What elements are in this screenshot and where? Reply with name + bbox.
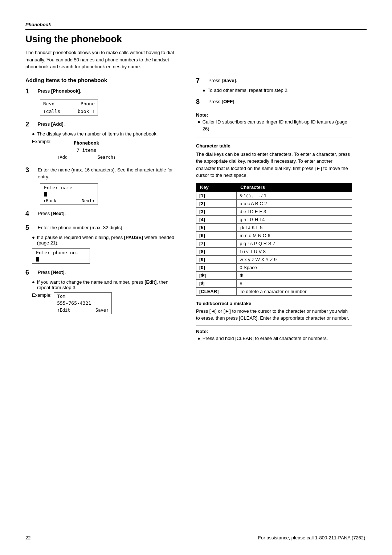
chars-cell: #	[237, 279, 352, 287]
key-cell: [CLEAR]	[196, 287, 237, 295]
key-cell: [5]	[196, 223, 237, 231]
page-header: Phonebook	[25, 22, 367, 27]
step-6-display: Tom 555-765-4321 ↑EditSave↑	[54, 292, 112, 314]
table-row: [5]j k l J K L 5	[196, 223, 352, 231]
note-1-text: Caller ID subscribers can use ringer ID …	[203, 118, 352, 133]
assistance-text: For assistance, please call 1-800-211-PA…	[258, 535, 367, 540]
key-cell: [1]	[196, 191, 237, 199]
chars-cell: a b c A B C 2	[237, 199, 352, 207]
key-cell: [✱]	[196, 271, 237, 279]
key-cell: [9]	[196, 255, 237, 263]
step-2: 2 Press [Add]. ● The display shows the n…	[25, 121, 181, 161]
step-2-bullet: The display shows the number of items in…	[37, 131, 158, 137]
step-6: 6 Press [Next]. ● If you want to change …	[25, 269, 181, 314]
key-cell: [2]	[196, 199, 237, 207]
step-5: 5 Enter the phone number (max. 32 digits…	[25, 224, 181, 264]
chars-cell: & ' ( ) , – . / 1	[237, 191, 352, 199]
col-key-header: Key	[196, 183, 237, 191]
step-1-text: Press [Phonebook].	[38, 88, 81, 95]
step-3: 3 Enter the name (max. 16 characters). S…	[25, 166, 181, 205]
step-7-text: Press [Save].	[208, 77, 237, 84]
step-8-text: Press [OFF].	[208, 98, 236, 105]
step-4-text: Press [Next].	[38, 210, 66, 217]
chars-cell: t u v T U V 8	[237, 247, 352, 255]
left-column: Adding items to the phonebook 1 Press [P…	[25, 77, 181, 319]
chars-cell: p q r s P Q R S 7	[237, 239, 352, 247]
key-cell: [♯]	[196, 279, 237, 287]
key-cell: [7]	[196, 239, 237, 247]
table-row: [3]d e f D E F 3	[196, 207, 352, 215]
step-7-bullet: To add other items, repeat from step 2.	[208, 88, 289, 93]
table-row: [4]g h i G H I 4	[196, 215, 352, 223]
table-row: [0]0 Space	[196, 263, 352, 271]
step-6-text: Press [Next].	[38, 269, 66, 276]
chars-cell: ✱	[237, 271, 352, 279]
character-table: Key Characters [1]& ' ( ) , – . / 1[2]a …	[196, 183, 352, 296]
key-cell: [3]	[196, 207, 237, 215]
chars-cell: m n o M N O 6	[237, 231, 352, 239]
page-footer: 22 For assistance, please call 1-800-211…	[25, 535, 367, 540]
step-6-example-label: Example:	[32, 292, 52, 298]
intro-text: The handset phonebook allows you to make…	[25, 49, 181, 70]
step-2-text: Press [Add].	[38, 121, 65, 128]
table-row: [9]w x y z W X Y Z 9	[196, 255, 352, 263]
key-cell: [6]	[196, 231, 237, 239]
table-row: [1]& ' ( ) , – . / 1	[196, 191, 352, 199]
chars-cell: j k l J K L 5	[237, 223, 352, 231]
col-chars-header: Characters	[237, 183, 352, 191]
section-divider	[25, 29, 367, 30]
step-3-display: Enter name ↑BackNext↑	[40, 183, 98, 205]
step-5-bullet: If a pause is required when dialing, pre…	[37, 235, 181, 246]
table-row: [2]a b c A B C 2	[196, 199, 352, 207]
note-2-text: Press and hold [CLEAR] to erase all char…	[203, 335, 328, 342]
chars-cell: d e f D E F 3	[237, 207, 352, 215]
key-cell: [4]	[196, 215, 237, 223]
char-table-section: Character table The dial keys can be use…	[196, 143, 352, 296]
step-1: 1 Press [Phonebook]. RcvdPhone ↑callsboo…	[25, 88, 181, 116]
chars-cell: w x y z W X Y Z 9	[237, 255, 352, 263]
table-row: [✱]✱	[196, 271, 352, 279]
edit-section: To edit/correct a mistake Press [◄] or […	[196, 301, 352, 322]
key-cell: [0]	[196, 263, 237, 271]
step-4: 4 Press [Next].	[25, 210, 181, 219]
page-number: 22	[25, 535, 30, 540]
chars-cell: 0 Space	[237, 263, 352, 271]
key-cell: [8]	[196, 247, 237, 255]
step-6-bullet: If you want to change the name and numbe…	[37, 279, 181, 290]
chars-cell: g h i G H I 4	[237, 215, 352, 223]
step-5-display: Enter phone no.	[32, 248, 90, 264]
step-2-display: Phonebook 7 items ↑AddSearch↑	[54, 139, 119, 161]
step-1-display: RcvdPhone ↑callsbook ↑	[40, 100, 98, 116]
step-3-text: Enter the name (max. 16 characters). See…	[38, 166, 181, 181]
page-title: Using the phonebook	[25, 33, 367, 45]
note-1: Note: ● Caller ID subscribers can use ri…	[196, 112, 352, 133]
chars-cell: To delete a character or number	[237, 287, 352, 295]
step-5-text: Enter the phone number (max. 32 digits).	[38, 224, 123, 231]
step-2-example-label: Example:	[32, 139, 52, 144]
subsection-title: Adding items to the phonebook	[25, 77, 181, 83]
note-2: Note: ● Press and hold [CLEAR] to erase …	[196, 329, 352, 342]
right-column: 7 Press [Save]. ● To add other items, re…	[196, 77, 352, 342]
table-row: [CLEAR]To delete a character or number	[196, 287, 352, 295]
table-row: [♯]#	[196, 279, 352, 287]
table-row: [8]t u v T U V 8	[196, 247, 352, 255]
table-row: [6]m n o M N O 6	[196, 231, 352, 239]
step-7: 7 Press [Save]. ● To add other items, re…	[196, 77, 352, 93]
step-8: 8 Press [OFF].	[196, 98, 352, 107]
table-row: [7]p q r s P Q R S 7	[196, 239, 352, 247]
